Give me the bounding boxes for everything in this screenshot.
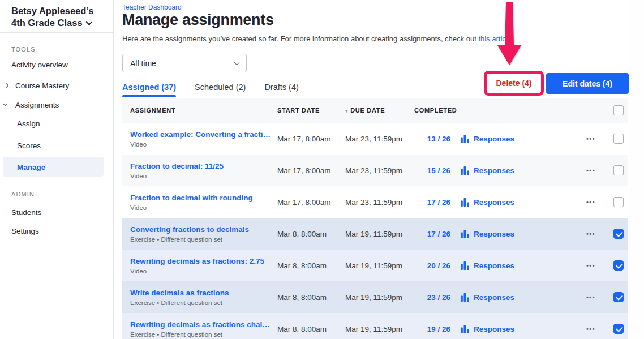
scrollbar-gutter[interactable] bbox=[630, 0, 644, 339]
row-checkbox[interactable] bbox=[613, 260, 624, 271]
start-date: Mar 8, 8:00am bbox=[277, 261, 345, 270]
class-selector[interactable]: Betsy Appleseed’s 4th Grade Class bbox=[11, 5, 105, 29]
start-date: Mar 17, 8:00am bbox=[277, 166, 345, 175]
breadcrumb[interactable]: Teacher Dashboard bbox=[122, 3, 182, 11]
row-checkbox[interactable] bbox=[613, 229, 624, 239]
responses-label: Responses bbox=[474, 230, 514, 238]
row-menu-button[interactable]: ••• bbox=[584, 168, 598, 174]
responses-link[interactable]: Responses bbox=[461, 261, 514, 270]
annotation-highlight-box: Delete (4) bbox=[484, 71, 544, 96]
assignment-type: Exercise • Different question set bbox=[130, 331, 277, 338]
row-menu-button[interactable]: ••• bbox=[584, 231, 598, 237]
time-range-value: All time bbox=[130, 59, 235, 68]
edit-dates-button[interactable]: Edit dates (4) bbox=[546, 73, 629, 94]
start-date: Mar 8, 8:00am bbox=[277, 325, 345, 333]
sidebar-item-settings[interactable]: Settings bbox=[11, 227, 39, 235]
column-header-completed: COMPLETED bbox=[414, 107, 458, 114]
responses-link[interactable]: Responses bbox=[461, 293, 514, 302]
bar-chart-icon bbox=[461, 198, 469, 207]
due-date: Mar 19, 11:59pm bbox=[345, 230, 414, 238]
row-menu-button[interactable]: ••• bbox=[584, 199, 598, 205]
row-menu-button[interactable]: ••• bbox=[584, 294, 598, 301]
table-row: Rewriting decimals as fractions challeng… bbox=[122, 313, 628, 339]
delete-button[interactable]: Delete (4) bbox=[490, 75, 537, 91]
manage-assignments-page: Betsy Appleseed’s 4th Grade Class TOOLS … bbox=[0, 0, 644, 339]
responses-link[interactable]: Responses bbox=[461, 198, 514, 207]
table-row: Write decimals as fractionsExercise • Di… bbox=[122, 281, 628, 313]
sidebar-item-students[interactable]: Students bbox=[11, 208, 41, 217]
due-date: Mar 19, 11:59pm bbox=[345, 325, 414, 333]
main-content: Teacher Dashboard Manage assignments Her… bbox=[122, 0, 628, 339]
assignment-link[interactable]: Converting fractions to decimals bbox=[130, 225, 272, 234]
assignment-type: Exercise • Different question set bbox=[130, 236, 277, 243]
sort-descending-icon[interactable]: ▾ bbox=[345, 108, 348, 114]
assignment-type: Video bbox=[130, 204, 277, 211]
subtitle-text: Here are the assignments you’ve created … bbox=[122, 35, 478, 43]
start-date: Mar 17, 8:00am bbox=[277, 198, 345, 207]
row-checkbox[interactable] bbox=[613, 197, 624, 207]
sidebar-divider bbox=[0, 32, 113, 33]
responses-label: Responses bbox=[474, 261, 514, 270]
time-range-select[interactable]: All time bbox=[122, 54, 247, 72]
responses-link[interactable]: Responses bbox=[461, 135, 514, 143]
sidebar-item-assignments[interactable]: Assignments bbox=[15, 101, 59, 109]
sidebar-item-activity-overview[interactable]: Activity overview bbox=[11, 61, 68, 69]
select-all-checkbox[interactable] bbox=[613, 105, 624, 115]
table-row: Fraction to decimal: 11/25Video Mar 17, … bbox=[122, 155, 628, 186]
due-date: Mar 23, 11:59pm bbox=[345, 198, 414, 207]
assignment-link[interactable]: Rewriting decimals as fractions: 2.75 bbox=[130, 257, 272, 265]
responses-link[interactable]: Responses bbox=[461, 325, 514, 333]
admin-section-label: ADMIN bbox=[11, 191, 35, 198]
row-checkbox[interactable] bbox=[613, 324, 624, 334]
sidebar: Betsy Appleseed’s 4th Grade Class TOOLS … bbox=[0, 0, 114, 339]
completed-count-link[interactable]: 19 / 26 bbox=[414, 325, 458, 333]
bar-chart-icon bbox=[461, 135, 469, 143]
row-menu-button[interactable]: ••• bbox=[584, 136, 598, 142]
class-name: Betsy Appleseed’s 4th Grade Class bbox=[11, 6, 94, 28]
tab-scheduled[interactable]: Scheduled (2) bbox=[195, 83, 246, 97]
row-checkbox[interactable] bbox=[613, 134, 624, 144]
responses-label: Responses bbox=[474, 198, 514, 207]
bar-chart-icon bbox=[461, 230, 469, 238]
row-checkbox[interactable] bbox=[613, 165, 624, 175]
sort-completed[interactable]: COMPLETED bbox=[414, 107, 457, 115]
sort-start-date[interactable]: START DATE bbox=[277, 107, 320, 115]
sidebar-item-course-mastery[interactable]: Course Mastery bbox=[15, 81, 69, 90]
completed-count-link[interactable]: 13 / 26 bbox=[414, 135, 458, 143]
assignment-link[interactable]: Rewriting decimals as fractions challeng… bbox=[130, 320, 272, 329]
row-checkbox[interactable] bbox=[613, 292, 624, 302]
tab-assigned[interactable]: Assigned (37) bbox=[122, 83, 176, 97]
assignment-link[interactable]: Fraction to decimal: 11/25 bbox=[130, 162, 272, 170]
column-header-assignment: ASSIGNMENT bbox=[130, 107, 277, 114]
responses-label: Responses bbox=[474, 293, 514, 302]
row-menu-button[interactable]: ••• bbox=[584, 326, 598, 332]
responses-link[interactable]: Responses bbox=[461, 166, 514, 175]
bar-chart-icon bbox=[461, 293, 469, 302]
row-menu-button[interactable]: ••• bbox=[584, 263, 598, 269]
completed-count-link[interactable]: 20 / 26 bbox=[414, 261, 458, 270]
table-row: Worked example: Converting a fraction...… bbox=[122, 123, 628, 155]
completed-count-link[interactable]: 15 / 26 bbox=[414, 166, 458, 175]
assignment-link[interactable]: Write decimals as fractions bbox=[130, 289, 272, 297]
assignment-link[interactable]: Worked example: Converting a fraction... bbox=[130, 130, 272, 139]
completed-count-link[interactable]: 17 / 26 bbox=[414, 230, 458, 238]
completed-count-link[interactable]: 23 / 26 bbox=[414, 293, 458, 302]
start-date: Mar 8, 8:00am bbox=[277, 230, 345, 238]
table-row: Rewriting decimals as fractions: 2.75Vid… bbox=[122, 250, 628, 281]
bar-chart-icon bbox=[461, 261, 469, 270]
responses-label: Responses bbox=[474, 325, 514, 333]
chevron-down-icon bbox=[3, 101, 7, 106]
assignment-link[interactable]: Fraction to decimal with rounding bbox=[130, 194, 272, 202]
assignment-type: Video bbox=[130, 141, 277, 148]
annotation-arrow-icon bbox=[496, 2, 522, 66]
responses-label: Responses bbox=[474, 166, 514, 175]
sort-due-date[interactable]: DUE DATE bbox=[350, 107, 385, 115]
bar-chart-icon bbox=[461, 166, 469, 175]
sidebar-item-assign[interactable]: Assign bbox=[17, 119, 40, 128]
chevron-right-icon bbox=[4, 83, 8, 88]
completed-count-link[interactable]: 17 / 26 bbox=[414, 198, 458, 207]
responses-link[interactable]: Responses bbox=[461, 230, 514, 238]
tab-drafts[interactable]: Drafts (4) bbox=[264, 83, 298, 97]
sidebar-item-scores[interactable]: Scores bbox=[17, 141, 41, 150]
sidebar-item-manage[interactable]: Manage bbox=[17, 163, 45, 171]
